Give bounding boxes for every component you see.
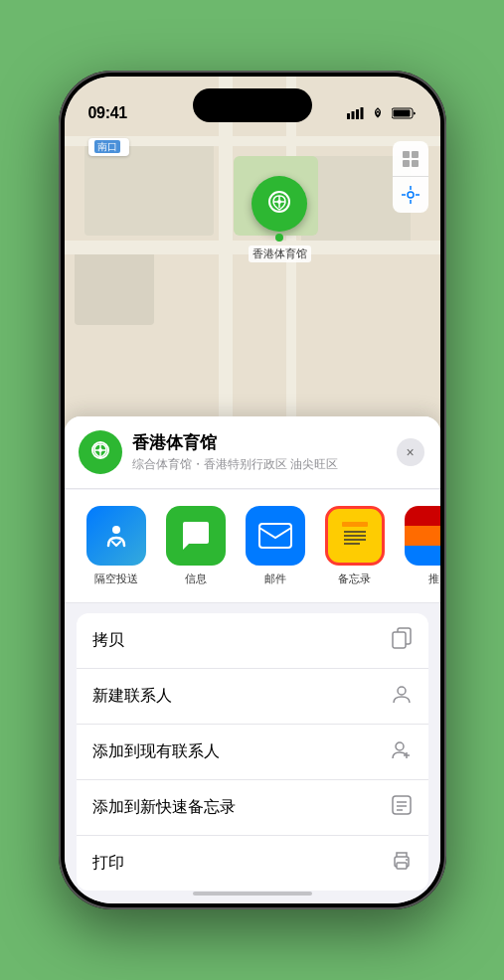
svg-rect-3 bbox=[360, 107, 363, 119]
location-label: 南口 bbox=[88, 138, 129, 156]
sheet-close-button[interactable]: × bbox=[397, 438, 424, 466]
svg-rect-10 bbox=[403, 151, 410, 158]
svg-rect-12 bbox=[403, 160, 410, 167]
location-pin: 香港体育馆 bbox=[249, 176, 311, 262]
airdrop-icon bbox=[86, 506, 146, 566]
phone-frame: 09:41 bbox=[59, 71, 446, 909]
action-quick-note[interactable]: 添加到新快速备忘录 bbox=[77, 780, 428, 836]
svg-point-33 bbox=[398, 687, 406, 695]
new-contact-icon bbox=[391, 683, 413, 710]
venue-info: 香港体育馆 综合体育馆・香港特别行政区 油尖旺区 bbox=[132, 431, 387, 473]
map-block bbox=[75, 245, 154, 325]
messages-label: 信息 bbox=[185, 572, 207, 586]
svg-rect-42 bbox=[397, 863, 407, 869]
svg-rect-24 bbox=[259, 524, 291, 548]
battery-icon bbox=[392, 107, 417, 122]
svg-rect-26 bbox=[342, 522, 368, 527]
bottom-sheet: 香港体育馆 综合体育馆・香港特别行政区 油尖旺区 × 隔空投送 bbox=[65, 416, 440, 903]
action-new-contact[interactable]: 新建联系人 bbox=[77, 669, 428, 725]
more-label: 推 bbox=[428, 572, 439, 586]
sheet-header: 香港体育馆 综合体育馆・香港特别行政区 油尖旺区 × bbox=[65, 416, 440, 489]
svg-point-43 bbox=[406, 859, 408, 861]
venue-icon bbox=[79, 430, 122, 474]
action-print[interactable]: 打印 bbox=[77, 836, 428, 891]
action-add-existing-contact[interactable]: 添加到现有联系人 bbox=[77, 725, 428, 780]
dynamic-island bbox=[193, 88, 312, 122]
home-indicator bbox=[193, 892, 312, 896]
add-existing-icon bbox=[391, 738, 413, 765]
mail-icon bbox=[246, 506, 305, 566]
svg-rect-37 bbox=[393, 796, 411, 814]
mail-label: 邮件 bbox=[264, 572, 286, 586]
svg-rect-2 bbox=[356, 109, 359, 119]
svg-point-9 bbox=[277, 200, 281, 204]
messages-icon bbox=[166, 506, 226, 566]
venue-name: 香港体育馆 bbox=[132, 431, 387, 454]
print-label: 打印 bbox=[92, 853, 124, 874]
more-icon bbox=[405, 506, 440, 566]
share-item-airdrop[interactable]: 隔空投送 bbox=[77, 506, 156, 586]
svg-rect-0 bbox=[347, 113, 350, 119]
action-list: 拷贝 新建联系人 添加到现有联系人 bbox=[77, 613, 428, 891]
add-existing-label: 添加到现有联系人 bbox=[92, 741, 220, 762]
map-controls bbox=[393, 141, 428, 213]
venue-sub: 综合体育馆・香港特别行政区 油尖旺区 bbox=[132, 456, 387, 473]
share-row: 隔空投送 信息 邮件 bbox=[65, 490, 440, 603]
notes-label: 备忘录 bbox=[338, 572, 371, 586]
notes-icon bbox=[325, 506, 385, 566]
svg-rect-32 bbox=[393, 632, 406, 648]
print-icon bbox=[391, 850, 413, 877]
status-icons bbox=[347, 107, 417, 122]
share-item-more[interactable]: 推 bbox=[395, 506, 440, 586]
phone-screen: 09:41 bbox=[65, 77, 440, 903]
airdrop-label: 隔空投送 bbox=[94, 572, 138, 586]
quick-note-label: 添加到新快速备忘录 bbox=[92, 797, 236, 818]
quick-note-icon bbox=[391, 794, 413, 821]
location-button[interactable] bbox=[393, 177, 428, 213]
share-item-messages[interactable]: 信息 bbox=[156, 506, 236, 586]
new-contact-label: 新建联系人 bbox=[92, 686, 172, 707]
svg-point-14 bbox=[408, 192, 414, 198]
signal-icon bbox=[347, 107, 364, 122]
svg-rect-13 bbox=[412, 160, 419, 167]
share-item-notes[interactable]: 备忘录 bbox=[315, 506, 395, 586]
pin-label: 香港体育馆 bbox=[249, 245, 311, 262]
copy-icon bbox=[391, 627, 413, 654]
wifi-icon bbox=[370, 107, 386, 122]
svg-rect-1 bbox=[351, 111, 354, 119]
svg-rect-5 bbox=[393, 110, 410, 117]
share-item-mail[interactable]: 邮件 bbox=[236, 506, 315, 586]
pin-circle bbox=[252, 176, 307, 232]
action-copy[interactable]: 拷贝 bbox=[77, 613, 428, 669]
svg-point-23 bbox=[112, 526, 120, 534]
map-type-button[interactable] bbox=[393, 141, 428, 177]
copy-label: 拷贝 bbox=[92, 630, 124, 651]
svg-point-22 bbox=[98, 448, 102, 452]
status-time: 09:41 bbox=[88, 104, 127, 122]
svg-point-34 bbox=[396, 742, 404, 750]
svg-rect-11 bbox=[412, 151, 419, 158]
pin-dot bbox=[275, 234, 283, 242]
